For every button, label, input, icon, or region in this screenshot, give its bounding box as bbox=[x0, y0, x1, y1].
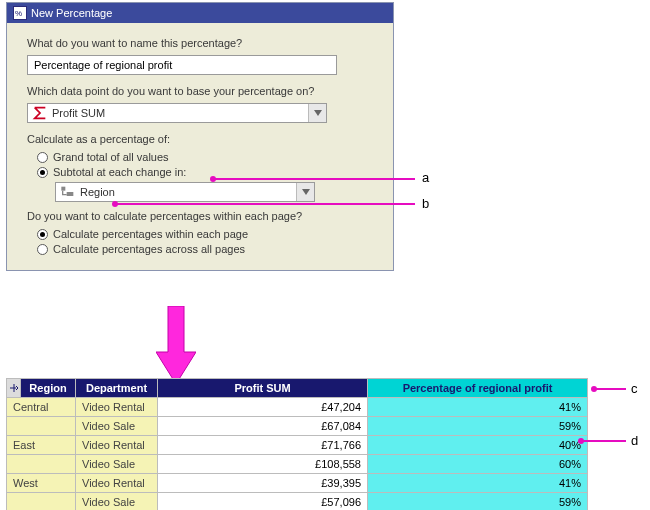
new-percentage-dialog: % New Percentage What do you want to nam… bbox=[6, 2, 394, 271]
cell-department: Video Rental bbox=[76, 474, 158, 493]
subtotal-field-combo[interactable]: Region bbox=[55, 182, 315, 202]
cell-region: West bbox=[7, 474, 76, 493]
annotation-d: d bbox=[631, 433, 638, 448]
annotation-line bbox=[213, 178, 415, 180]
header-department[interactable]: Department bbox=[76, 379, 158, 398]
cell-region: Central bbox=[7, 398, 76, 417]
cell-profit: £108,558 bbox=[158, 455, 368, 474]
svg-text:%: % bbox=[15, 9, 22, 18]
table-header-row: Region Department Profit SUM Percentage … bbox=[7, 379, 588, 398]
name-prompt: What do you want to name this percentage… bbox=[27, 37, 379, 49]
radio-subtotal[interactable]: Subtotal at each change in: bbox=[37, 166, 379, 178]
radio-across-pages[interactable]: Calculate percentages across all pages bbox=[37, 243, 379, 255]
cell-region: East bbox=[7, 436, 76, 455]
dialog-title: New Percentage bbox=[31, 7, 112, 19]
percentage-name-input[interactable]: Percentage of regional profit bbox=[27, 55, 337, 75]
header-profit[interactable]: Profit SUM bbox=[158, 379, 368, 398]
cell-department: Video Rental bbox=[76, 436, 158, 455]
annotation-line bbox=[115, 203, 415, 205]
level-icon bbox=[60, 185, 76, 199]
header-region[interactable]: Region bbox=[21, 379, 76, 398]
radio-within-label: Calculate percentages within each page bbox=[53, 228, 248, 240]
base-prompt: Which data point do you want to base you… bbox=[27, 85, 379, 97]
calc-of-label: Calculate as a percentage of: bbox=[27, 133, 379, 145]
table-row: Video Sale £57,096 59% bbox=[7, 493, 588, 511]
cell-department: Video Rental bbox=[76, 398, 158, 417]
sigma-icon bbox=[32, 106, 48, 120]
radio-icon bbox=[37, 167, 48, 178]
table-body: Central Video Rental £47,204 41% Video S… bbox=[7, 398, 588, 511]
cell-region bbox=[7, 455, 76, 474]
radio-icon bbox=[37, 229, 48, 240]
data-point-value: Profit SUM bbox=[52, 107, 308, 119]
table-row: West Video Rental £39,395 41% bbox=[7, 474, 588, 493]
radio-across-label: Calculate percentages across all pages bbox=[53, 243, 245, 255]
cell-profit: £47,204 bbox=[158, 398, 368, 417]
cell-pct: 59% bbox=[368, 493, 588, 511]
svg-rect-2 bbox=[67, 192, 74, 196]
table-row: Video Sale £67,084 59% bbox=[7, 417, 588, 436]
annotation-line bbox=[581, 440, 626, 442]
radio-grand-label: Grand total of all values bbox=[53, 151, 169, 163]
percentage-icon: % bbox=[13, 6, 27, 20]
header-percentage[interactable]: Percentage of regional profit bbox=[368, 379, 588, 398]
table-row: Video Sale £108,558 60% bbox=[7, 455, 588, 474]
table-row: Central Video Rental £47,204 41% bbox=[7, 398, 588, 417]
cell-department: Video Sale bbox=[76, 417, 158, 436]
cell-department: Video Sale bbox=[76, 493, 158, 511]
results-table: Region Department Profit SUM Percentage … bbox=[6, 378, 588, 510]
cell-profit: £39,395 bbox=[158, 474, 368, 493]
radio-within-page[interactable]: Calculate percentages within each page bbox=[37, 228, 379, 240]
dialog-titlebar: % New Percentage bbox=[7, 3, 393, 23]
cell-department: Video Sale bbox=[76, 455, 158, 474]
pivot-arrow-icon[interactable] bbox=[7, 379, 21, 398]
annotation-a: a bbox=[422, 170, 429, 185]
table-row: East Video Rental £71,766 40% bbox=[7, 436, 588, 455]
chevron-down-icon[interactable] bbox=[308, 104, 326, 122]
radio-icon bbox=[37, 152, 48, 163]
cell-pct: 40% bbox=[368, 436, 588, 455]
cell-pct: 41% bbox=[368, 398, 588, 417]
annotation-b: b bbox=[422, 196, 429, 211]
cell-pct: 41% bbox=[368, 474, 588, 493]
annotation-c: c bbox=[631, 381, 638, 396]
cell-profit: £57,096 bbox=[158, 493, 368, 511]
chevron-down-icon[interactable] bbox=[296, 183, 314, 201]
cell-pct: 60% bbox=[368, 455, 588, 474]
cell-pct: 59% bbox=[368, 417, 588, 436]
cell-region bbox=[7, 417, 76, 436]
cell-profit: £71,766 bbox=[158, 436, 368, 455]
cell-region bbox=[7, 493, 76, 511]
big-arrow-icon bbox=[156, 306, 196, 386]
svg-rect-1 bbox=[61, 187, 65, 191]
data-point-combo[interactable]: Profit SUM bbox=[27, 103, 327, 123]
dialog-body: What do you want to name this percentage… bbox=[7, 23, 393, 270]
annotation-line bbox=[594, 388, 626, 390]
cell-profit: £67,084 bbox=[158, 417, 368, 436]
page-prompt: Do you want to calculate percentages wit… bbox=[27, 210, 379, 222]
subtotal-field-value: Region bbox=[80, 186, 296, 198]
radio-icon bbox=[37, 244, 48, 255]
radio-grand-total[interactable]: Grand total of all values bbox=[37, 151, 379, 163]
percentage-name-value: Percentage of regional profit bbox=[34, 59, 172, 71]
radio-subtotal-label: Subtotal at each change in: bbox=[53, 166, 186, 178]
